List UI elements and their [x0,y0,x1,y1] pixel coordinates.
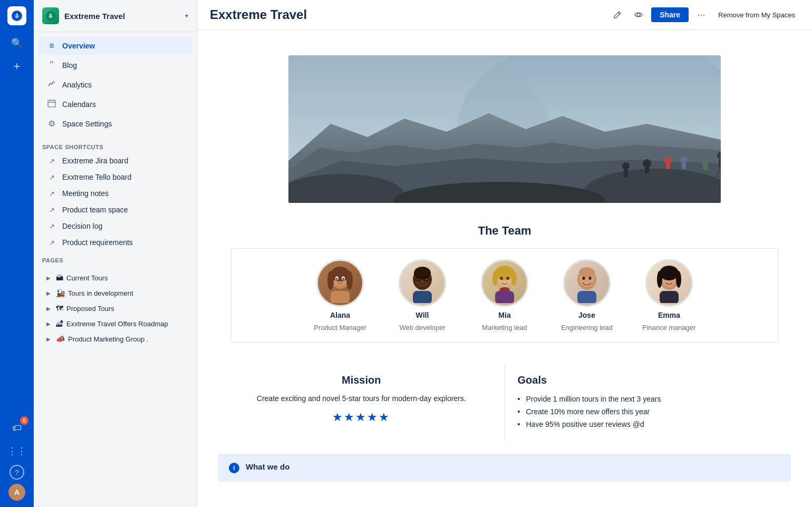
goals-heading: Goals [518,374,779,386]
settings-icon: ⚙ [46,119,57,129]
svg-point-66 [660,266,679,280]
main-content: Exxtreme Travel Share ··· Remove from My… [197,0,812,507]
remove-from-spaces-button[interactable]: Remove from My Spaces [714,8,799,22]
what-we-do-heading: What we do [246,462,289,471]
notifications-wrapper: 🏷 6 [7,418,26,437]
goal-item: Provide 1 million tours in the next 3 ye… [518,393,779,405]
svg-rect-26 [719,159,721,168]
edit-button[interactable] [609,6,626,23]
team-heading: The Team [210,224,799,238]
content-area: The Team [197,30,812,507]
info-icon: i [229,463,239,473]
svg-point-69 [665,277,668,280]
shortcut-label: Product requirements [62,238,133,247]
member-role: Web developer [399,324,445,331]
sidebar: Exxtreme Travel ▾ ≡ Overview " Blog Anal… [34,0,197,507]
shortcut-meeting-notes[interactable]: ↗ Meeting notes [38,186,192,201]
goals-block: Goals Provide 1 million tours in the nex… [505,364,791,441]
svg-point-23 [701,159,709,166]
avatar-alana [316,259,364,307]
svg-point-55 [507,277,509,280]
svg-rect-22 [682,163,686,169]
external-link-icon: ↗ [46,239,57,247]
space-logo-icon [42,7,59,24]
svg-point-40 [343,278,344,280]
sidebar-item-blog[interactable]: " Blog [38,55,192,75]
sidebar-item-label: Space Settings [62,120,112,128]
sidebar-item-analytics[interactable]: Analytics [38,75,192,94]
svg-point-30 [622,162,630,170]
mission-block: Mission Create exciting and novel 5-star… [218,364,505,441]
team-grid: Alana Product Manager [231,248,778,343]
page-tours-in-development[interactable]: ▶ 🚂 Tours in development [38,286,192,300]
apps-icon[interactable]: ⋮⋮ [7,442,26,461]
svg-rect-41 [331,291,350,303]
shortcuts-label: SPACE SHORTCUTS [34,138,197,152]
sidebar-nav: ≡ Overview " Blog Analytics Calendars [34,32,197,138]
svg-point-51 [495,266,514,280]
member-role: Finance manager [642,324,695,331]
svg-rect-63 [577,291,596,303]
svg-point-36 [346,271,353,290]
shortcut-decision-log[interactable]: ↗ Decision log [38,218,192,234]
help-icon[interactable]: ? [9,465,24,480]
shortcut-product-team-space[interactable]: ↗ Product team space [38,202,192,218]
shortcut-product-requirements[interactable]: ↗ Product requirements [38,235,192,250]
page-offers-roadmap[interactable]: ▶ 🏕 Exxtreme Travel Offers Roadmap [38,316,192,331]
external-link-icon: ↗ [46,190,57,198]
svg-point-67 [657,271,662,288]
chevron-down-icon[interactable]: ▾ [185,12,188,19]
member-name: Will [416,311,429,319]
calendar-icon [46,99,57,110]
page-label: Current Tours [66,274,108,282]
svg-point-17 [643,159,651,168]
svg-point-7 [637,13,640,16]
pages-list: ▶ 🏔 Current Tours ▶ 🚂 Tours in developme… [34,266,197,351]
share-button[interactable]: Share [651,7,689,22]
page-emoji: 🏔 [56,274,63,282]
sidebar-item-space-settings[interactable]: ⚙ Space Settings [38,114,192,133]
create-icon[interactable]: + [7,57,26,76]
mission-text: Create exciting and novel 5-star tours f… [231,393,492,404]
external-link-icon: ↗ [46,206,57,214]
team-member-alana: Alana Product Manager [303,259,377,331]
svg-point-35 [327,271,334,290]
more-options-button[interactable]: ··· [693,6,710,23]
svg-point-54 [500,277,503,280]
top-bar-actions: Share ··· Remove from My Spaces [609,6,799,23]
watch-button[interactable] [630,6,647,23]
svg-point-60 [579,267,595,278]
avatar-jose [563,259,611,307]
shortcut-label: Product team space [62,206,128,214]
page-label: Product Marketing Group . [68,335,148,343]
shortcut-jira-board[interactable]: ↗ Exxtreme Jira board [38,153,192,169]
chevron-right-icon: ▶ [46,336,53,342]
svg-rect-71 [660,291,679,303]
sidebar-item-calendars[interactable]: Calendars [38,95,192,114]
sidebar-item-label: Blog [62,61,77,70]
search-icon[interactable]: 🔍 [7,34,26,53]
sidebar-item-label: Analytics [62,81,92,89]
external-link-icon: ↗ [46,222,57,230]
sidebar-item-label: Overview [62,42,95,50]
nav-bar: 🔍 + 🏷 6 ⋮⋮ ? A [0,0,34,507]
analytics-icon [46,80,57,90]
space-name: Exxtreme Travel [64,12,180,21]
member-name: Emma [658,311,680,319]
page-product-marketing[interactable]: ▶ 📣 Product Marketing Group . [38,331,192,346]
svg-point-21 [680,156,688,163]
team-section: The Team [197,216,812,351]
page-proposed-tours[interactable]: ▶ 🗺 Proposed Tours [38,301,192,316]
user-avatar[interactable]: A [8,484,25,501]
page-emoji: 📣 [56,335,65,343]
pages-label: PAGES [34,251,197,266]
member-role: Engineering lead [561,324,613,331]
svg-rect-57 [495,291,514,303]
goal-item: Create 10% more new offers this year [518,405,779,418]
shortcut-tello-board[interactable]: ↗ Exxtreme Tello board [38,169,192,185]
sidebar-item-overview[interactable]: ≡ Overview [38,37,192,55]
mission-heading: Mission [231,374,492,386]
app-logo[interactable] [7,6,26,25]
page-current-tours[interactable]: ▶ 🏔 Current Tours [38,270,192,285]
svg-point-19 [664,157,672,164]
